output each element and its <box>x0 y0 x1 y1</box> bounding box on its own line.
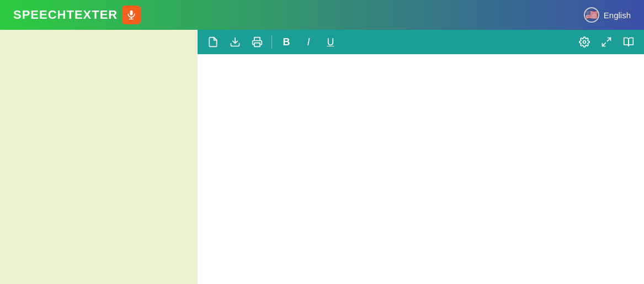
new-document-button[interactable] <box>203 32 223 52</box>
main-layout: B I U <box>0 30 644 284</box>
header: SPEECHTEXTER 🇺🇸 English <box>0 0 644 30</box>
italic-button[interactable]: I <box>299 32 318 52</box>
logo-text: SPEECHTEXTER <box>13 8 118 22</box>
new-doc-icon <box>207 36 219 48</box>
flag-icon: 🇺🇸 <box>584 7 599 23</box>
svg-rect-0 <box>130 10 133 15</box>
language-label: English <box>604 10 631 20</box>
settings-icon <box>579 36 590 48</box>
download-icon <box>230 36 241 48</box>
language-selector[interactable]: 🇺🇸 English <box>584 7 631 23</box>
fullscreen-icon <box>601 36 612 48</box>
svg-line-7 <box>603 43 606 46</box>
print-button[interactable] <box>247 32 267 52</box>
toolbar-divider <box>272 35 272 49</box>
bold-label: B <box>283 36 290 48</box>
text-editor[interactable] <box>198 54 644 284</box>
logo-icon <box>122 6 141 24</box>
microphone-icon <box>126 9 137 20</box>
print-icon <box>252 36 263 48</box>
sidebar <box>0 30 198 284</box>
svg-line-6 <box>608 38 611 41</box>
bold-button[interactable]: B <box>276 32 296 52</box>
toolbar: B I U <box>198 30 644 54</box>
italic-label: I <box>307 36 310 48</box>
underline-label: U <box>327 36 334 48</box>
underline-button[interactable]: U <box>321 32 340 52</box>
download-button[interactable] <box>225 32 245 52</box>
help-button[interactable] <box>619 32 638 52</box>
settings-button[interactable] <box>574 32 594 52</box>
fullscreen-button[interactable] <box>597 32 616 52</box>
help-icon <box>623 36 634 48</box>
svg-point-5 <box>583 41 586 44</box>
svg-rect-4 <box>254 43 260 47</box>
logo-area: SPEECHTEXTER <box>13 6 141 24</box>
editor-area: B I U <box>198 30 644 284</box>
